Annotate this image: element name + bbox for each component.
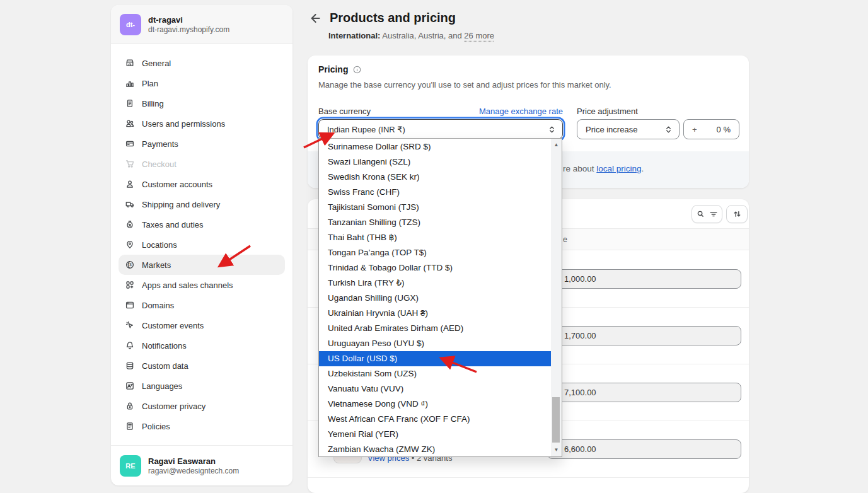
sidebar-item-notifications[interactable]: Notifications [119,335,285,356]
currency-option[interactable]: Ugandan Shilling (UGX) [319,291,551,306]
currency-option[interactable]: Tanzanian Shilling (TZS) [319,215,551,230]
sidebar-item-label: Customer accounts [142,180,212,189]
truck-icon [125,199,135,209]
select-updown-icon [664,125,673,134]
page-header: Products and pricing [308,11,456,25]
row-divider [308,477,749,478]
page-subtitle: International: Australia, Austria, and 2… [328,31,494,40]
pricing-card-title: Pricing [318,64,348,74]
scrollbar-thumb[interactable] [552,397,560,443]
price-input[interactable] [547,439,741,459]
currency-option[interactable]: Tajikistani Somoni (TJS) [319,200,551,215]
settings-nav: General Plan Billing Users and permissio… [111,44,292,445]
scroll-down-icon[interactable]: ▼ [551,445,562,455]
apps-icon [125,280,135,290]
sidebar-item-label: Languages [142,381,182,391]
sort-button[interactable] [726,205,748,223]
user-avatar: RE [120,455,141,477]
domains-icon [125,300,135,310]
sidebar-item-shipping-delivery[interactable]: Shipping and delivery [119,194,285,214]
currency-option[interactable]: Vietnamese Dong (VND ₫) [319,397,551,412]
sidebar-item-plan[interactable]: Plan [119,73,285,93]
store-domain: dt-ragavi.myshopify.com [148,25,229,35]
percent-value: 0 % [717,125,731,134]
sidebar-item-general[interactable]: General [119,53,285,73]
price-adjustment-type-select[interactable]: Price increase [577,119,680,139]
sidebar-item-label: Checkout [142,160,176,169]
sidebar-item-domains[interactable]: Domains [119,295,285,315]
subtitle-text: Australia, Austria, and [380,31,464,40]
manage-exchange-rate-link[interactable]: Manage exchange rate [479,107,563,116]
sidebar-item-label: Domains [142,301,174,310]
currency-option-selected[interactable]: US Dollar (USD $) [319,351,551,366]
sidebar-item-languages[interactable]: Languages [119,376,285,396]
currency-option[interactable]: Tongan Pa’anga (TOP T$) [319,245,551,260]
globe-dollar-icon: $ [125,260,135,270]
sidebar-item-label: Apps and sales channels [142,281,233,290]
sidebar-item-custom-data[interactable]: Custom data [119,356,285,376]
sidebar-item-taxes-duties[interactable]: Taxes and duties [119,214,285,235]
currency-option[interactable]: Zambian Kwacha (ZMW ZK) [319,442,551,457]
user-footer[interactable]: RE Ragavi Easwaran ragavi@wedesigntech.c… [111,445,292,485]
sidebar-item-label: Customer privacy [142,402,205,411]
currency-option[interactable]: Ukrainian Hryvnia (UAH ₴) [319,306,551,321]
base-currency-label: Base currency [318,107,371,116]
tax-icon [125,219,135,229]
scroll-up-icon[interactable]: ▲ [551,140,562,150]
translate-icon [125,381,135,391]
currency-option[interactable]: Turkish Lira (TRY ₺) [319,276,551,291]
sidebar-item-label: Users and permissions [142,119,225,129]
sidebar-item-apps-sales-channels[interactable]: Apps and sales channels [119,275,285,295]
base-currency-value: Indian Rupee (INR ₹) [327,125,405,134]
currency-option[interactable]: Uzbekistani Som (UZS) [319,366,551,381]
store-name: dt-ragavi [148,14,229,25]
price-input[interactable] [547,326,741,345]
pin-icon [125,240,135,250]
store-avatar: dt- [120,14,141,35]
currency-option[interactable]: Vanuatu Vatu (VUV) [319,381,551,397]
sidebar-item-label: Plan [142,79,158,88]
local-pricing-link[interactable]: local pricing [596,164,641,173]
sidebar-item-payments[interactable]: Payments [119,134,285,154]
currency-option[interactable]: Yemeni Rial (YER) [319,427,551,442]
currency-option[interactable]: Swiss Franc (CHF) [319,185,551,200]
dropdown-scrollbar[interactable]: ▲ ▼ [551,139,562,456]
currency-option[interactable]: West African CFA Franc (XOF F CFA) [319,412,551,427]
store-header[interactable]: dt- dt-ragavi dt-ragavi.myshopify.com [111,5,292,44]
sidebar-item-customer-events[interactable]: Customer events [119,315,285,335]
sidebar-item-label: Billing [142,99,164,108]
search-filter-button[interactable] [692,205,722,223]
sidebar-item-users-permissions[interactable]: Users and permissions [119,113,285,134]
price-input[interactable] [547,269,741,289]
search-icon [696,209,705,219]
price-input[interactable] [547,383,741,402]
sidebar-item-customer-accounts[interactable]: Customer accounts [119,174,285,194]
banner-text-fragment: re about [563,164,596,173]
user-name: Ragavi Easwaran [148,456,239,467]
subtitle-label: International: [328,31,380,40]
sidebar-item-locations[interactable]: Locations [119,235,285,255]
pricing-description: Manage the base currency you'll use to s… [318,80,611,90]
currency-option[interactable]: Surinamese Dollar (SRD $) [319,139,551,154]
sidebar-item-policies[interactable]: Policies [119,416,285,436]
info-icon[interactable] [352,65,362,74]
back-button[interactable] [308,11,321,25]
user-email: ragavi@wedesigntech.com [148,467,239,476]
sidebar-item-customer-privacy[interactable]: Customer privacy [119,396,285,416]
sidebar-item-billing[interactable]: Billing [119,93,285,113]
sidebar-item-checkout: Checkout [119,154,285,174]
currency-option[interactable]: United Arab Emirates Dirham (AED) [319,321,551,336]
currency-dropdown: Surinamese Dollar (SRD $) Swazi Lilangen… [318,138,562,457]
sidebar-item-label: General [142,59,171,68]
currency-option[interactable]: Swedish Krona (SEK kr) [319,170,551,185]
currency-option[interactable]: Trinidad & Tobago Dollar (TTD $) [319,260,551,276]
price-column-header-fragment: e [563,235,567,244]
currency-option[interactable]: Swazi Lilangeni (SZL) [319,154,551,170]
base-currency-select[interactable]: Indian Rupee (INR ₹) [318,119,563,139]
currency-option[interactable]: Thai Baht (THB ฿) [319,230,551,245]
currency-option[interactable]: Uruguayan Peso (UYU $) [319,336,551,351]
billing-icon [125,98,135,108]
subtitle-more-link[interactable]: 26 more [464,31,494,40]
price-adjustment-percent-input[interactable]: + 0 % [683,119,739,139]
sidebar-item-markets[interactable]: $ Markets [119,255,285,275]
